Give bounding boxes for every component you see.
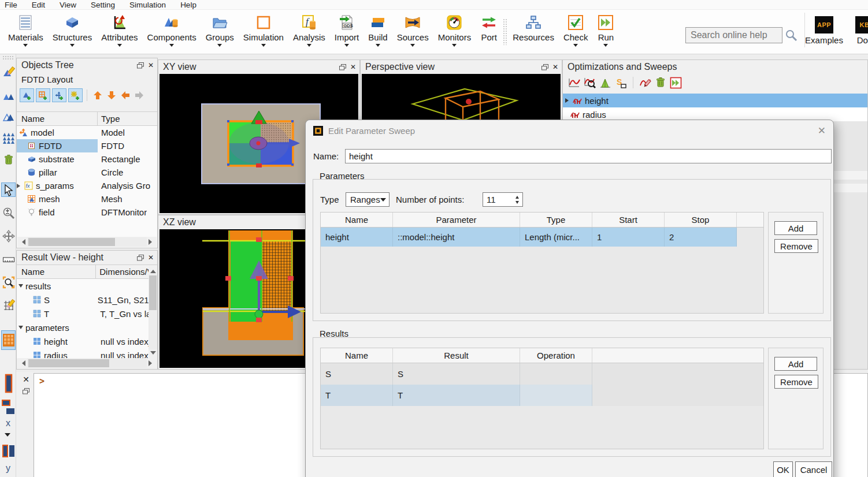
add-analysis-icon[interactable] [68,88,83,102]
parameter-row-height[interactable]: height ::model::height Length (micr... 1… [321,228,763,247]
x-axis-label[interactable]: x [0,418,16,428]
toolbar-sources[interactable]: Sources [392,12,433,49]
expand-icon[interactable] [17,184,23,188]
toolbar-run[interactable]: Run [592,12,619,49]
expand-icon[interactable] [565,98,571,103]
tree-row-fdtd[interactable]: FDTD FDTD [17,139,157,152]
edit-mesh-icon[interactable] [1,298,16,312]
result-row-s[interactable]: S S11_Gn, S21_G [17,293,157,307]
cell-stop[interactable]: 2 [665,228,737,247]
menu-help[interactable]: Help [180,1,196,9]
x-normal-view-icon[interactable] [1,372,16,395]
float-panel-icon[interactable] [137,255,144,261]
add-simulation-icon[interactable] [36,88,50,102]
scroll-left-icon[interactable] [17,359,27,368]
s-parameter-sweep-icon[interactable]: S [615,77,627,89]
float-panel-icon[interactable] [137,62,144,69]
toolbar-build[interactable]: Build [363,12,392,49]
add-monitor-icon[interactable] [52,88,66,102]
column-name[interactable]: Name [17,112,98,125]
column-parameter[interactable]: Parameter [393,213,520,227]
spin-up-icon[interactable] [515,194,519,199]
delete-sweep-icon[interactable] [655,77,666,88]
edit-structure-icon[interactable] [1,65,16,79]
tree-row-model[interactable]: model Model [17,126,157,139]
duplicate-structure-icon[interactable] [1,89,16,103]
xy-view-pair-icon[interactable] [1,398,16,417]
scroll-down-icon[interactable] [149,349,157,359]
cell-operation[interactable] [520,385,592,406]
select-cursor-icon[interactable] [1,182,16,197]
cell-name[interactable]: T [321,385,393,406]
column-stop[interactable]: Stop [665,213,737,227]
pan-icon[interactable] [1,229,16,243]
toolbar-structures[interactable]: Structures [48,12,97,49]
copy-structure-icon[interactable] [1,110,16,124]
doc-button[interactable]: KB Doc [848,16,868,45]
float-panel-icon[interactable] [541,64,548,70]
move-right-icon[interactable] [133,90,145,102]
cell-result[interactable]: T [393,385,520,406]
result-row-height[interactable]: height null vs index_1 [17,334,157,348]
column-operation[interactable]: Operation [520,348,592,363]
remove-result-button[interactable]: Remove [774,375,818,389]
tree-row-pillar[interactable]: pillar Circle [17,166,157,179]
tree-row-mesh[interactable]: mesh Mesh [17,192,157,206]
examples-button[interactable]: APP Examples [808,16,840,45]
close-dialog-icon[interactable]: ✕ [818,126,826,136]
add-parameter-button[interactable]: Add [774,221,817,235]
toolbar-analysis[interactable]: f Analysis [288,12,330,49]
toolbar-simulation[interactable]: Simulation [239,12,288,49]
delete-object-icon[interactable] [1,152,16,167]
y-axis-label[interactable]: y [0,463,16,474]
cell-result[interactable]: S [393,363,520,385]
toolbar-import[interactable]: GDS Import [330,12,364,49]
scroll-right-icon[interactable] [147,359,157,368]
column-name[interactable]: Name [17,265,96,278]
new-yield-icon[interactable] [599,77,611,89]
menu-file[interactable]: File [5,1,17,9]
toolbar-groups[interactable]: Groups [201,12,239,49]
scroll-up-icon[interactable] [149,265,157,274]
run-sweep-icon[interactable] [670,77,682,89]
move-left-icon[interactable] [119,90,131,102]
zoom-icon[interactable] [1,206,16,220]
column-type[interactable]: Type [520,213,592,227]
array-structure-icon[interactable] [1,131,16,145]
spin-down-icon[interactable] [515,201,519,206]
toolbar-resources[interactable]: Resources [508,12,559,49]
collapse-icon[interactable] [18,284,23,290]
new-sweep-icon[interactable] [568,77,580,89]
float-panel-icon[interactable] [339,64,346,70]
sweep-name-input[interactable] [345,149,832,163]
toolbar-materials[interactable]: Materials [3,12,48,49]
search-icon[interactable] [785,29,797,42]
toolbar-monitors[interactable]: Monitors [433,12,476,49]
close-console-icon[interactable]: ✕ [23,375,29,383]
toolbar-port[interactable]: Port [476,12,502,49]
scroll-left-icon[interactable] [17,237,27,247]
result-row-radius[interactable]: radius null vs index_1 [17,348,157,359]
float-console-icon[interactable] [23,388,29,394]
zoom-extents-icon[interactable] [1,275,16,289]
column-result[interactable]: Result [393,348,520,363]
sweep-type-combo[interactable]: Ranges [346,192,390,207]
menu-setting[interactable]: Setting [91,1,115,9]
cell-start[interactable]: 1 [592,228,665,247]
menu-view[interactable]: View [60,1,76,9]
scroll-right-icon[interactable] [147,237,157,247]
sweep-row-height[interactable]: height [563,94,867,107]
toolbar-attributes[interactable]: Attributes [97,12,142,49]
column-start[interactable]: Start [592,213,665,227]
close-panel-icon[interactable]: ✕ [350,64,356,70]
edit-sweep-icon[interactable] [639,77,651,89]
collapse-icon[interactable] [18,326,23,331]
add-result-button[interactable]: Add [774,357,817,371]
cell-type[interactable]: Length (micr... [520,228,592,247]
tree-row-substrate[interactable]: substrate Rectangle [17,152,157,166]
menu-edit[interactable]: Edit [32,1,45,9]
ruler-icon[interactable] [1,252,16,266]
add-structure-icon[interactable] [20,88,34,102]
dialog-title-bar[interactable]: Edit Parameter Sweep ✕ [306,120,833,141]
cell-name[interactable]: height [321,228,393,247]
